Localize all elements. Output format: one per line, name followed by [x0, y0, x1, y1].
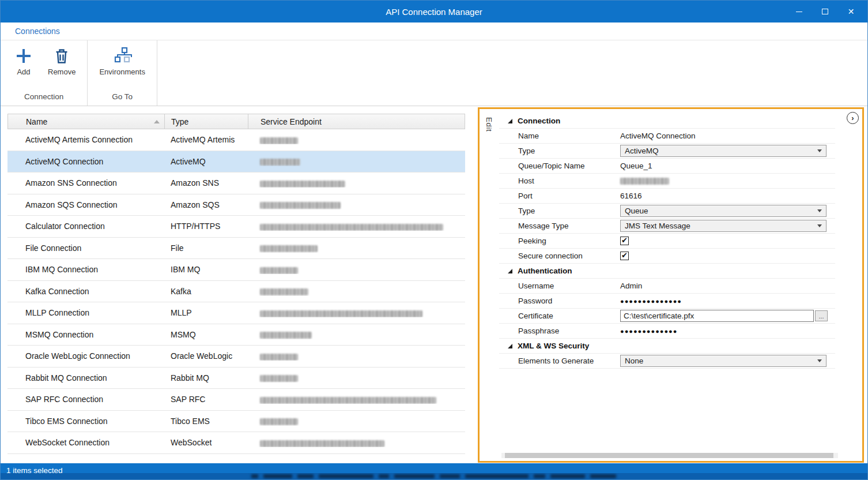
connection-endpoint — [248, 351, 465, 361]
table-row[interactable]: SAP RFC Connection SAP RFC — [7, 389, 465, 411]
connection-endpoint — [248, 395, 465, 404]
type-dropdown[interactable]: ActiveMQ — [620, 145, 827, 157]
host-value[interactable] — [618, 178, 835, 185]
section-header-xml-ws-security[interactable]: XML & WS Security — [499, 339, 835, 354]
redacted-host — [620, 178, 669, 185]
table-row[interactable]: WebSocket Connection WebSocket — [7, 432, 465, 454]
table-row[interactable]: Amazon SNS Connection Amazon SNS — [7, 172, 465, 194]
passphrase-value[interactable]: ●●●●●●●●●●●●● — [620, 328, 677, 335]
environments-button[interactable]: Environments — [96, 43, 148, 77]
connection-name: Oracle WebLogic Connection — [7, 351, 164, 361]
browse-button[interactable]: ... — [815, 310, 828, 321]
field-row-name: Name ActiveMQ Connection — [499, 129, 835, 144]
field-row-type: Type ActiveMQ — [499, 144, 835, 159]
message-type-dropdown[interactable]: JMS Text Message — [620, 220, 827, 232]
chevron-down-icon — [817, 209, 822, 212]
redacted-endpoint — [260, 245, 318, 252]
queue-topic-name-label: Queue/Topic Name — [499, 162, 618, 170]
connection-endpoint — [248, 200, 465, 209]
table-row[interactable]: ActiveMQ Artemis Connection ActiveMQ Art… — [7, 129, 465, 151]
connection-type: MSMQ — [164, 330, 248, 339]
table-row[interactable]: IBM MQ Connection IBM MQ — [7, 259, 465, 281]
group-label-goto: Go To — [96, 90, 148, 106]
table-body: ActiveMQ Artemis Connection ActiveMQ Art… — [7, 129, 465, 454]
connection-name: ActiveMQ Connection — [7, 157, 164, 166]
connection-name: Calculator Connection — [7, 222, 164, 231]
expander-icon — [508, 119, 512, 123]
connection-type: WebSocket — [164, 438, 248, 447]
redacted-endpoint — [260, 137, 298, 144]
connection-endpoint — [248, 373, 465, 382]
port-value[interactable]: 61616 — [618, 192, 835, 200]
tab-connections[interactable]: Connections — [15, 27, 60, 36]
table-row-selected[interactable]: ActiveMQ Connection ActiveMQ — [7, 151, 465, 173]
table-row[interactable]: Tibco EMS Connection Tibco EMS — [7, 411, 465, 433]
ribbon-group-connection: Add Remove Connection — [1, 40, 88, 106]
close-icon: ✕ — [848, 7, 855, 16]
table-row[interactable]: Calculator Connection HTTP/HTTPS — [7, 216, 465, 238]
table-row[interactable]: Kafka Connection Kafka — [7, 281, 465, 303]
connection-endpoint — [248, 308, 465, 317]
close-button[interactable]: ✕ — [838, 1, 864, 22]
scrollbar-thumb[interactable] — [505, 453, 833, 458]
connection-type: ActiveMQ Artemis — [164, 135, 248, 144]
connection-type: HTTP/HTTPS — [164, 222, 248, 231]
main-area: Name Type Service Endpoint ActiveMQ Arte… — [1, 107, 867, 457]
table-header: Name Type Service Endpoint — [7, 114, 465, 129]
table-row[interactable]: MLLP Connection MLLP — [7, 302, 465, 324]
password-value[interactable]: ●●●●●●●●●●●●●● — [620, 298, 682, 305]
edit-panel-tab[interactable]: Edit — [480, 109, 499, 461]
redacted-endpoint — [260, 224, 443, 231]
column-header-type[interactable]: Type — [165, 114, 248, 129]
redacted-endpoint — [260, 375, 298, 382]
connection-name: ActiveMQ Artemis Connection — [7, 135, 164, 144]
elements-to-generate-label: Elements to Generate — [499, 357, 618, 365]
collapse-panel-button[interactable]: › — [847, 112, 859, 124]
queue-topic-name-value[interactable]: Queue_1 — [618, 162, 835, 170]
connection-name: SAP RFC Connection — [7, 395, 164, 404]
table-row[interactable]: Rabbit MQ Connection Rabbit MQ — [7, 367, 465, 389]
field-row-host: Host — [499, 174, 835, 189]
secure-connection-checkbox[interactable]: ✔ — [620, 252, 629, 260]
redacted-endpoint — [260, 288, 308, 295]
connections-table: Name Type Service Endpoint ActiveMQ Arte… — [7, 114, 465, 454]
name-value[interactable]: ActiveMQ Connection — [618, 132, 835, 140]
queue-type-dropdown[interactable]: Queue — [620, 205, 827, 217]
peeking-checkbox[interactable]: ✔ — [620, 237, 629, 245]
name-label: Name — [499, 132, 618, 140]
field-row-elements-to-generate: Elements to Generate None — [499, 354, 835, 369]
minimize-button[interactable] — [786, 1, 812, 22]
elements-to-generate-dropdown[interactable]: None — [620, 355, 827, 367]
username-value[interactable]: Admin — [618, 282, 835, 290]
connection-type: ActiveMQ — [164, 157, 248, 166]
connection-name: Rabbit MQ Connection — [7, 373, 164, 382]
table-row[interactable]: MSMQ Connection MSMQ — [7, 324, 465, 346]
add-button[interactable]: Add — [9, 43, 39, 77]
field-row-message-type: Message Type JMS Text Message — [499, 219, 835, 234]
redacted-endpoint — [260, 354, 298, 361]
section-header-connection[interactable]: Connection — [499, 114, 835, 129]
field-row-certificate: Certificate C:\test\certificate.pfx ... — [499, 309, 835, 324]
taskbar-strip — [1, 473, 867, 479]
table-row[interactable]: File Connection File — [7, 238, 465, 260]
username-label: Username — [499, 282, 618, 290]
column-header-service-endpoint[interactable]: Service Endpoint — [248, 114, 465, 129]
connection-endpoint — [248, 157, 465, 166]
connection-type: File — [164, 243, 248, 253]
column-header-name[interactable]: Name — [8, 114, 165, 129]
type-label: Type — [499, 147, 618, 155]
group-label-connection: Connection — [9, 90, 79, 106]
remove-button[interactable]: Remove — [44, 43, 79, 77]
chevron-down-icon — [817, 359, 822, 362]
table-row[interactable]: Oracle WebLogic Connection Oracle WebLog… — [7, 346, 465, 367]
maximize-button[interactable] — [812, 1, 838, 22]
edit-panel-body: Connection Name ActiveMQ Connection Type… — [499, 114, 835, 369]
table-row[interactable]: Amazon SQS Connection Amazon SQS — [7, 194, 465, 216]
horizontal-scrollbar[interactable] — [501, 453, 838, 458]
redacted-endpoint — [260, 397, 436, 404]
redacted-endpoint — [260, 418, 298, 425]
taskbar-redacted — [251, 474, 616, 478]
section-header-authentication[interactable]: Authentication — [499, 264, 835, 279]
certificate-input[interactable]: C:\test\certificate.pfx — [620, 310, 814, 322]
chevron-down-icon — [817, 224, 822, 227]
